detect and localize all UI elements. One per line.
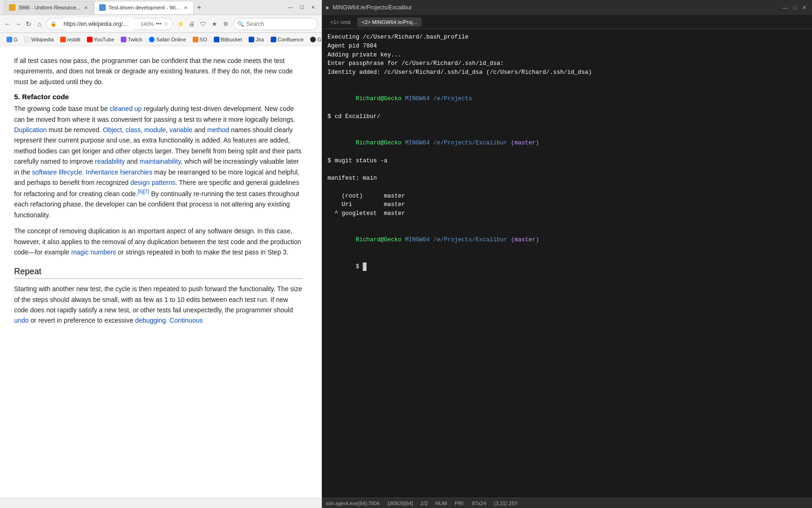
term-cursor <box>363 262 367 271</box>
search-input-right[interactable] <box>246 21 317 27</box>
bookmark-twitch[interactable]: Twitch <box>118 35 145 44</box>
tab-close-1[interactable]: ✕ <box>83 4 89 11</box>
new-tab-button[interactable]: + <box>194 2 205 13</box>
terminal-win-controls: — □ ✕ <box>781 4 808 12</box>
extensions-icon[interactable]: ⚡ <box>176 19 185 29</box>
back-button[interactable]: ← <box>4 18 12 30</box>
link-duplication[interactable]: Duplication <box>14 126 47 134</box>
tab-tdd[interactable]: Test-driven development - Wi... ✕ <box>94 1 194 14</box>
bookmark-confluence[interactable]: Confluence <box>268 35 307 44</box>
bookmark-safari[interactable]: Safari Online <box>146 35 189 44</box>
term-minimize[interactable]: — <box>781 4 789 12</box>
github-favicon <box>310 37 316 42</box>
repeat-para: Starting with another new test, the cycl… <box>14 284 303 326</box>
youtube-label: YouTube <box>94 37 114 42</box>
refresh-button[interactable]: ↻ <box>25 18 33 30</box>
bitbucket-label: Bitbucket <box>221 37 242 42</box>
link-class[interactable]: class <box>125 126 141 134</box>
term-line-blank5 <box>328 218 806 227</box>
bookmark-youtube[interactable]: YouTube <box>84 35 117 44</box>
terminal-body[interactable]: Executing /c/Users/Richard/.bash_profile… <box>322 29 812 498</box>
link-cleaned-up[interactable]: cleaned up <box>109 105 142 112</box>
term-line-blank4 <box>328 183 806 192</box>
bookmark-wikipedia[interactable]: Wikipedia <box>22 35 57 44</box>
more-icon[interactable]: ••• <box>156 21 162 27</box>
term-tab-mingw-label: <2> MINGW64:/e/Proj... <box>362 19 417 25</box>
term-line-blank3 <box>328 165 806 174</box>
browser-status-bar <box>0 498 321 508</box>
term-tab-cmd[interactable]: <1> cmd <box>326 17 355 27</box>
right-search-container[interactable]: 🔍 <box>233 18 318 30</box>
safari-favicon <box>149 37 155 42</box>
link-inheritance[interactable]: Inheritance hierarchies <box>86 168 153 176</box>
ref-7[interactable]: [7] <box>143 189 149 194</box>
bookmark-bitbucket[interactable]: Bitbucket <box>211 35 245 44</box>
term-prompt-1: Richard@Gecko MINGW64 /e/Projects <box>328 86 806 112</box>
tab-close-2[interactable]: ✕ <box>183 4 188 11</box>
title-bar: 3986 - Uniform Resource... ✕ Test-driven… <box>0 0 321 15</box>
term-prompt-3: Richard@Gecko MINGW64 /e/Projects/Excali… <box>328 227 806 254</box>
section-repeat: Repeat Starting with another new test, t… <box>14 267 303 326</box>
star-icon[interactable]: ★ <box>210 19 219 29</box>
link-debugging[interactable]: debugging. <box>135 317 168 324</box>
forward-button[interactable]: → <box>15 18 23 30</box>
tab-rfc3986[interactable]: 3986 - Uniform Resource... ✕ <box>4 1 94 14</box>
tabs-container: 3986 - Uniform Resource... ✕ Test-driven… <box>4 1 205 14</box>
link-variable[interactable]: variable <box>170 126 193 134</box>
shield-icon[interactable]: 🛡 <box>198 19 208 29</box>
intro-paragraph: If all test cases now pass, the programm… <box>14 56 303 87</box>
link-maintainability[interactable]: maintainability <box>140 158 181 165</box>
ref-5[interactable]: [5] <box>138 189 143 194</box>
term-maximize[interactable]: □ <box>791 4 798 12</box>
term-line-4: Enter passphrase for /c/Users/Richard/.s… <box>328 59 806 68</box>
bookmark-google[interactable]: G <box>4 35 21 44</box>
close-button[interactable]: ✕ <box>308 3 318 12</box>
url-input[interactable] <box>59 18 139 30</box>
terminal-title-bar: ■ MINGW64:/e/Projects/Excalibur — □ ✕ <box>322 0 812 15</box>
github-icon[interactable]: ⚙ <box>221 19 230 29</box>
link-readability[interactable]: readability <box>95 158 125 165</box>
tab-favicon-2 <box>99 4 106 11</box>
ssl-icon: 🔒 <box>50 21 57 27</box>
link-method[interactable]: method <box>207 126 229 134</box>
term-tab-mingw[interactable]: <2> MINGW64:/e/Proj... <box>357 17 422 27</box>
reddit-label: reddit <box>67 37 80 42</box>
section-5: 5. Refactor code The growing code base m… <box>14 93 303 257</box>
print-icon[interactable]: 🖨 <box>187 19 196 29</box>
term-status-googletest: ^ googletest master <box>328 209 806 218</box>
bookmark-reddit[interactable]: reddit <box>57 35 83 44</box>
link-object[interactable]: Object <box>103 126 122 134</box>
minimize-button[interactable]: — <box>286 3 295 12</box>
address-bar: ← → ↻ ⌂ 🔒 140% ••• ☆ ⚡ 🖨 🛡 ★ ⚙ 🔍 <box>0 15 321 33</box>
link-undo[interactable]: undo <box>14 317 29 324</box>
link-magic-numbers[interactable]: magic numbers <box>71 248 116 256</box>
status-pos: (3,21) 25Y <box>494 500 518 506</box>
youtube-favicon <box>87 37 93 42</box>
link-software-lifecycle[interactable]: software lifecycle. <box>32 168 84 176</box>
bookmark-icon[interactable]: ☆ <box>164 21 169 27</box>
confluence-favicon <box>271 37 276 42</box>
term-line-5: Identity added: /c/Users/Richard/.ssh/id… <box>328 68 806 77</box>
link-design-patterns[interactable]: design patterns <box>131 179 176 186</box>
terminal-status-bar: ssh-agent.exe[64]:7804 180626[64] 2/2 NU… <box>322 498 812 508</box>
content-area[interactable]: If all test cases now pass, the programm… <box>0 46 321 498</box>
term-tab-cmd-label: <1> cmd <box>330 19 351 25</box>
term-close[interactable]: ✕ <box>800 4 808 12</box>
terminal-window: ■ MINGW64:/e/Projects/Excalibur — □ ✕ <1… <box>322 0 812 508</box>
status-pri: PRI: <box>454 500 464 506</box>
bookmark-jira[interactable]: Jira <box>246 35 267 44</box>
link-continuous[interactable]: Continuous <box>170 317 203 324</box>
status-size: 87x24 <box>472 500 486 506</box>
github-label: GitHub <box>317 37 321 42</box>
term-prompt-2: Richard@Gecko MINGW64 /e/Projects/Excali… <box>328 130 806 156</box>
address-bar-container[interactable]: 🔒 140% ••• ☆ <box>46 18 173 30</box>
jira-favicon <box>249 37 254 42</box>
home-button[interactable]: ⌂ <box>36 18 44 30</box>
bookmark-so[interactable]: SO <box>190 35 210 44</box>
maximize-button[interactable]: ☐ <box>297 3 306 12</box>
zoom-level: 140% <box>141 21 154 27</box>
bookmark-github[interactable]: GitHub <box>307 35 321 44</box>
term-input-line[interactable]: $ <box>328 254 806 280</box>
jira-label: Jira <box>256 37 264 42</box>
link-module[interactable]: module <box>144 126 166 134</box>
